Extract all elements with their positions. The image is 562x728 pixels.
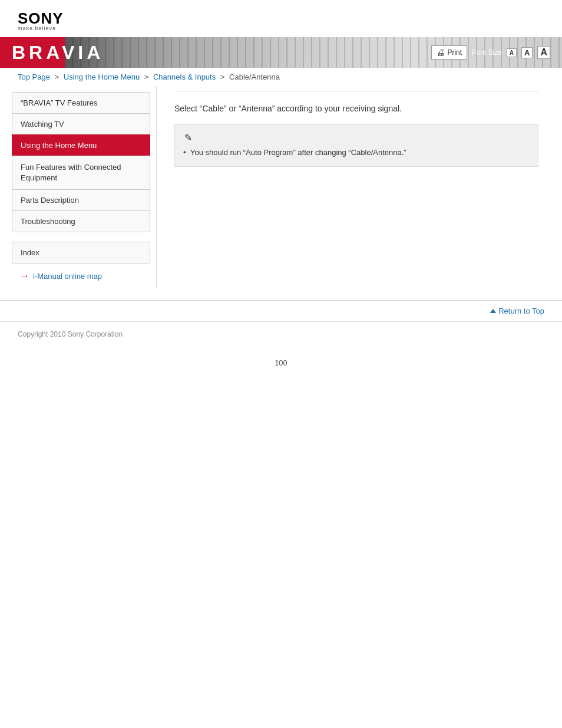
breadcrumb: Top Page > Using the Home Menu > Channel… — [0, 68, 562, 86]
note-box: ✎ You should run “Auto Program” after ch… — [174, 124, 538, 167]
imanual-link[interactable]: → i-Manual online map — [12, 263, 150, 288]
sony-tagline: make.believe — [18, 26, 544, 31]
banner-controls: 🖨 Print Font Size A A A — [431, 45, 550, 60]
note-text: You should run “Auto Program” after chan… — [184, 148, 406, 157]
content-divider — [174, 91, 538, 91]
return-to-top-link[interactable]: Return to Top — [490, 307, 544, 315]
sidebar-item-parts-description[interactable]: Parts Description — [12, 189, 150, 210]
breadcrumb-top-page[interactable]: Top Page — [18, 73, 50, 81]
content-description: Select “Cable” or “Antenna” according to… — [174, 102, 538, 115]
font-large-button[interactable]: A — [537, 46, 550, 59]
copyright-text: Copyright 2010 Sony Corporation — [18, 330, 123, 338]
print-label: Print — [447, 48, 462, 57]
breadcrumb-current: Cable/Antenna — [229, 73, 280, 81]
font-medium-button[interactable]: A — [521, 47, 533, 58]
bravia-banner: BRAVIA 🖨 Print Font Size A A A — [0, 37, 562, 68]
sidebar-item-watching-tv[interactable]: Watching TV — [12, 113, 150, 134]
font-small-button[interactable]: A — [507, 48, 517, 57]
sidebar-item-bravia-features[interactable]: “BRAVIA” TV Features — [12, 92, 150, 113]
imanual-label: i-Manual online map — [33, 272, 102, 281]
page-number: 100 — [0, 347, 562, 379]
sidebar-item-index[interactable]: Index — [12, 242, 150, 263]
sony-wordmark: SONY — [18, 11, 544, 26]
sidebar-item-troubleshooting[interactable]: Troubleshooting — [12, 210, 150, 232]
breadcrumb-channels-inputs[interactable]: Channels & Inputs — [153, 73, 216, 81]
sony-logo: SONY make.believe — [18, 11, 544, 31]
return-to-top-bar: Return to Top — [0, 300, 562, 321]
print-button[interactable]: 🖨 Print — [431, 45, 467, 60]
return-top-label: Return to Top — [498, 307, 544, 315]
nav-divider — [12, 232, 150, 242]
sidebar-item-fun-features[interactable]: Fun Features with Connected Equipment — [12, 156, 150, 189]
sidebar-item-using-home-menu[interactable]: Using the Home Menu — [12, 134, 150, 156]
logo-area: SONY make.believe — [0, 0, 562, 37]
sidebar: “BRAVIA” TV Features Watching TV Using t… — [12, 86, 150, 288]
main-layout: “BRAVIA” TV Features Watching TV Using t… — [0, 86, 562, 288]
printer-icon: 🖨 — [437, 48, 445, 57]
pencil-icon: ✎ — [184, 132, 528, 143]
footer: Copyright 2010 Sony Corporation — [0, 321, 562, 347]
breadcrumb-using-home-menu[interactable]: Using the Home Menu — [64, 73, 140, 81]
font-size-label: Font Size — [472, 48, 502, 57]
bravia-title: BRAVIA — [12, 42, 104, 64]
triangle-up-icon — [490, 309, 496, 313]
arrow-right-icon: → — [20, 271, 29, 281]
content-area: Select “Cable” or “Antenna” according to… — [156, 86, 550, 288]
